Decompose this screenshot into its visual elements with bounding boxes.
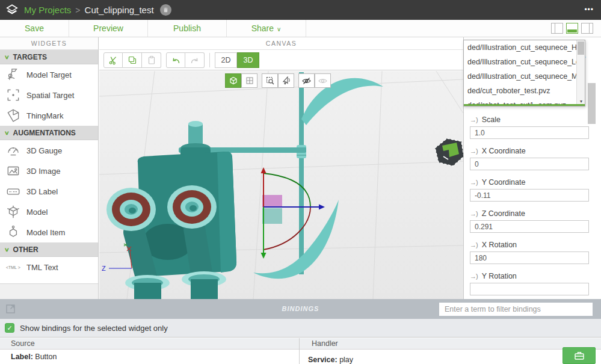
cut-button[interactable] [103,52,123,68]
toggle-bottom-panel-button[interactable] [566,23,578,34]
copy-button[interactable] [123,52,142,68]
widget-item-label: Model [26,208,48,217]
dropdown-focus-underline [464,104,585,106]
sidebar-item-model-target[interactable]: Model Target [0,64,98,85]
dropdown-scroll-down-icon[interactable]: ▾ [577,99,585,104]
studio-app-window: My Projects > Cut_clipping_test ••• Save… [0,0,601,364]
dropdown-item[interactable]: ded/robot_test_cut1_asm.pvz [464,98,576,104]
section-header-other[interactable]: ∨ OTHER [0,242,98,257]
sidebar-footer [0,283,98,299]
cube-3d-icon [229,76,238,85]
save-button[interactable]: Save [0,20,69,37]
dropdown-item[interactable]: ded/cut_roboter_test.pvz [464,84,576,98]
share-button[interactable]: Share∨ [227,20,306,37]
z-coordinate-input[interactable] [470,220,589,233]
dropdown-scrollbar-thumb[interactable] [578,42,584,55]
toggle-right-panel-button[interactable] [581,23,593,34]
axis-z-label: Z [102,265,106,272]
zoom-region-icon [265,76,275,85]
sidebar-item-model[interactable]: Model [0,202,98,222]
bind-property-icon[interactable]: →) [470,273,478,280]
share-button-label: Share [251,23,274,33]
field-z-coordinate: →) Z Coordinate [470,209,589,233]
show-widget-button[interactable] [315,73,331,88]
dropdown-item[interactable]: ded/Illustration_cut_sequnece_Low.pvz [464,55,576,69]
field-label: X Coordinate [482,147,526,155]
sidebar-item-model-item[interactable]: Model Item [0,222,98,242]
select-button[interactable] [278,73,294,88]
zoom-region-button[interactable] [262,73,278,88]
canvas-3d-viewport[interactable]: Z [99,71,463,299]
action-bar: Save Preview Publish Share∨ [0,20,601,37]
widget-item-label: 3D Label [26,187,58,196]
field-label: Scale [482,116,501,124]
paste-icon [147,55,156,65]
paste-button[interactable] [142,52,161,68]
thingmark-icon [5,108,21,123]
undo-button[interactable] [166,52,185,68]
bindings-bar: BINDINGS [0,299,601,319]
preview-button[interactable]: Preview [69,20,148,37]
toolbar-divider [209,53,210,67]
bind-property-icon[interactable]: →) [470,147,478,155]
section-header-augmentations[interactable]: ∨ AUGMENTATIONS [0,126,98,140]
show-bindings-checkbox[interactable]: ✓ [5,323,14,333]
breadcrumb-my-projects[interactable]: My Projects [24,5,71,15]
field-label: Z Coordinate [482,209,525,218]
sidebar-item-3d-image[interactable]: 3D Image [0,161,98,181]
widgets-panel-title: WIDGETS [0,37,98,50]
project-status-icon [160,4,171,16]
briefcase-icon [573,350,585,361]
bind-property-icon[interactable]: →) [470,241,478,248]
widget-item-label: TML Text [26,263,58,272]
source-value: Button [35,353,57,361]
redo-button[interactable] [185,52,205,68]
hide-widget-button[interactable] [298,73,315,88]
bind-property-icon[interactable]: →) [470,116,478,123]
bind-property-icon[interactable]: →) [470,210,478,217]
gizmo-plane-handle-teal[interactable] [262,208,282,224]
publish-button[interactable]: Publish [148,20,227,37]
bindings-filter-input[interactable] [439,303,593,316]
robot-model[interactable] [106,72,383,299]
thingmark-marker[interactable] [435,138,463,166]
sidebar-item-3d-gauge[interactable]: 3D Gauge [0,140,98,161]
dropdown-item[interactable]: ded/Illustration_cut_sequnece_Med.pvz [464,69,576,84]
field-label: Y Coordinate [482,178,526,187]
breadcrumb-separator: > [75,5,80,15]
sidebar-item-tml-text[interactable]: TML Text [0,257,98,277]
scale-input[interactable] [470,126,589,139]
bind-property-icon[interactable]: →) [470,179,478,186]
mode-2d-button[interactable]: 2D [215,52,237,68]
bindings-table-header: Source Handler [0,338,601,350]
sidebar-item-thingmark[interactable]: ThingMark [0,105,98,126]
orbit-mode-button[interactable] [225,73,241,88]
binding-source-cell[interactable]: Label: Button [11,353,57,361]
section-header-targets[interactable]: ∨ TARGETS [0,50,98,64]
mode-3d-button[interactable]: 3D [237,52,259,68]
column-header-handler: Handler [312,339,338,348]
overflow-menu-button[interactable]: ••• [584,0,594,20]
resource-dropdown-list: ded/Illustration_cut_sequnece_High.pvz d… [463,40,585,106]
sidebar-item-3d-label[interactable]: 3D Label [0,181,98,202]
gizmo-plane-handle-pink[interactable] [262,195,282,208]
y-rotation-input[interactable] [470,283,589,295]
layout-toggles [551,23,593,34]
viewport-toolbar [225,73,331,88]
field-label: Y Rotation [482,272,517,280]
toggle-left-panel-button[interactable] [551,23,563,34]
scissors-icon [108,55,118,65]
sidebar-item-spatial-target[interactable]: Spatial Target [0,85,98,105]
grid-snap-button[interactable] [241,73,257,88]
image-3d-icon [5,163,21,179]
service-action-button[interactable] [562,347,596,364]
spatial-target-icon [5,87,21,103]
y-coordinate-input[interactable] [470,189,589,202]
column-header-source: Source [11,339,35,348]
x-rotation-input[interactable] [470,251,589,264]
binding-handler-cell[interactable]: Service: play [308,356,353,364]
dropdown-item[interactable]: ded/Illustration_cut_sequnece_High.pvz [464,40,576,55]
dropdown-scrollbar[interactable]: ▾ [576,40,585,104]
gauge-3d-icon [5,143,21,158]
x-coordinate-input[interactable] [470,158,589,170]
